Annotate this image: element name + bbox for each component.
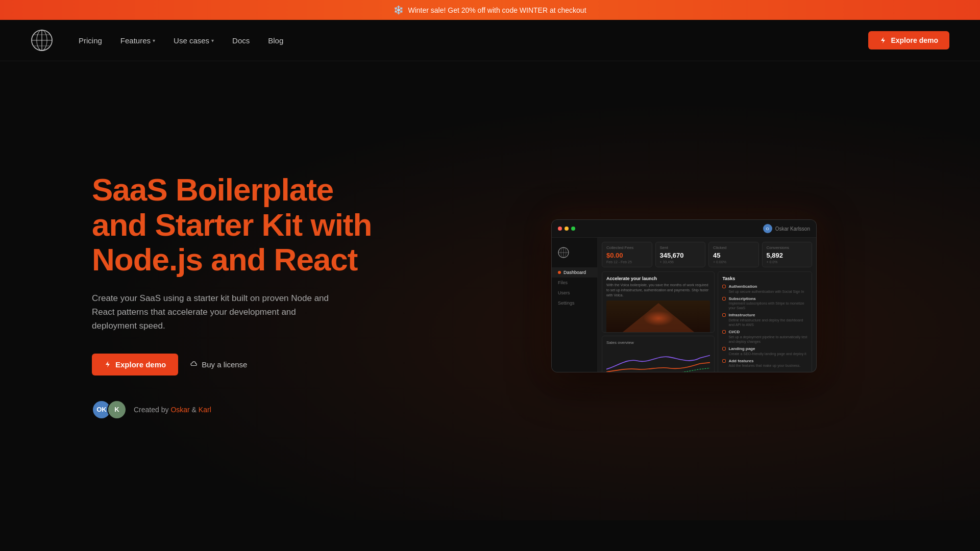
hero-buttons: Explore demo Buy a license [92,354,388,375]
hero-subtitle: Create your SaaS using a starter kit bui… [92,291,337,333]
sales-chart-card: Sales overview [602,336,715,372]
stat-sub: + 0.00% [713,260,754,264]
task-text: CI/CD Set up a deployment pipeline to au… [728,330,807,344]
task-checkbox[interactable] [722,359,726,363]
hero-explore-demo-button[interactable]: Explore demo [92,354,178,375]
task-text: Authentication Set up secure authenticat… [728,284,804,294]
task-item: Subscriptions Implement subscriptions wi… [722,296,807,311]
creators-section: OK K Created by Oskar & Karl [92,400,388,419]
task-item: Landing page Create a SEO-friendly landi… [722,346,807,356]
mountain-glow [643,311,674,326]
stat-value: 5,892 [767,252,808,259]
task-checkbox[interactable] [722,313,726,317]
chevron-down-icon: ▾ [153,38,155,43]
accelerate-title: Accelerate your launch [606,276,710,281]
bolt-icon [104,361,111,368]
stat-sub: + 33,456 [660,260,701,264]
navbar: Pricing Features ▾ Use cases ▾ Docs Blog… [0,20,980,61]
mountain-visual [606,300,710,333]
stats-row: Collected Fees $0.00 Feb 12 - Feb 25 Sen… [602,242,812,267]
hero-content: SaaS Boilerplate and Starter Kit with No… [92,172,388,419]
minimize-dot [565,227,569,231]
task-checkbox[interactable] [722,347,726,350]
tasks-card: Tasks Authentication Set up secure authe… [718,271,812,372]
cloud-icon [190,361,198,368]
stat-value: $0.00 [606,252,648,259]
sidebar-item-users[interactable]: Users [552,288,597,298]
task-text: Subscriptions Implement subscriptions wi… [728,296,807,311]
sidebar-logo [552,243,597,264]
creators-text: Created by Oskar & Karl [134,406,211,414]
task-checkbox[interactable] [722,285,726,288]
window-controls [558,227,575,231]
sidebar-item-files[interactable]: Files [552,278,597,288]
task-text: Add features Add the features that make … [728,359,800,368]
logo[interactable] [31,29,53,52]
task-text: Infrastructure Define infrastructure and… [728,313,807,327]
content-right: Tasks Authentication Set up secure authe… [718,271,812,372]
stat-value: 345,670 [660,252,701,259]
accelerate-desc: With the Volca boilerplate, you save the… [606,283,710,297]
stat-value: 45 [713,252,754,259]
bolt-icon [879,37,887,44]
mockup-main: Collected Fees $0.00 Feb 12 - Feb 25 Sen… [598,238,816,372]
chart-area: Jan Feb Mar Apr May Jun Jul Aug [606,347,710,372]
close-dot [558,227,562,231]
stat-sub: + 0.0% [767,260,808,264]
chart-title: Sales overview [606,340,710,345]
mockup-sidebar: Dashboard Files Users Settings [552,238,598,372]
tasks-title: Tasks [722,276,807,281]
accelerate-card: Accelerate your launch With the Volca bo… [602,271,715,333]
task-item: Add features Add the features that make … [722,359,807,368]
stat-sub: Feb 12 - Feb 25 [606,260,648,264]
task-checkbox[interactable] [722,297,726,300]
snowflake-icon: ❄️ [394,5,404,15]
nav-use-cases[interactable]: Use cases ▾ [174,36,214,45]
mockup-body: Dashboard Files Users Settings [552,238,816,372]
nav-features[interactable]: Features ▾ [120,36,155,45]
task-item: CI/CD Set up a deployment pipeline to au… [722,330,807,344]
sidebar-dot [558,271,561,274]
task-text: Landing page Create a SEO-friendly landi… [728,346,806,356]
hero-image: O Oskar Karlsson [388,219,949,372]
stat-clicked: Clicked 45 + 0.00% [708,242,759,267]
mockup-titlebar: O Oskar Karlsson [552,220,816,238]
sidebar-item-settings[interactable]: Settings [552,298,597,308]
sidebar-item-dashboard[interactable]: Dashboard [552,267,597,278]
stat-collected-fees: Collected Fees $0.00 Feb 12 - Feb 25 [602,242,652,267]
creator-karl-link[interactable]: Karl [199,406,211,414]
user-avatar-small: O [763,224,772,233]
task-item: Infrastructure Define infrastructure and… [722,313,807,327]
task-item: Authentication Set up secure authenticat… [722,284,807,294]
navbar-cta: Explore demo [868,31,949,49]
nav-blog[interactable]: Blog [268,36,283,45]
task-checkbox[interactable] [722,330,726,334]
buy-license-button[interactable]: Buy a license [190,360,247,369]
chevron-down-icon: ▾ [211,38,214,43]
content-left: Accelerate your launch With the Volca bo… [602,271,715,372]
hero-section: SaaS Boilerplate and Starter Kit with No… [0,61,980,520]
avatar-karl: K [107,400,127,419]
fullscreen-dot [571,227,575,231]
hero-title: SaaS Boilerplate and Starter Kit with No… [92,172,388,277]
titlebar-user: O Oskar Karlsson [763,224,810,233]
stat-label: Conversions [767,245,808,250]
promo-banner: ❄️ Winter sale! Get 20% off with code WI… [0,0,980,20]
sales-chart-svg: Jan Feb Mar Apr May Jun Jul Aug [606,347,710,372]
stat-label: Clicked [713,245,754,250]
stat-sent: Sent 345,670 + 33,456 [655,242,706,267]
creator-avatars: OK K [92,400,127,419]
dashboard-content: Accelerate your launch With the Volca bo… [602,271,812,372]
stat-conversions: Conversions 5,892 + 0.0% [762,242,813,267]
nav-pricing[interactable]: Pricing [79,36,102,45]
stat-label: Collected Fees [606,245,648,250]
nav-links: Pricing Features ▾ Use cases ▾ Docs Blog [79,36,868,45]
stat-label: Sent [660,245,701,250]
banner-text: Winter sale! Get 20% off with code WINTE… [408,6,586,14]
creator-oskar-link[interactable]: Oskar [170,406,189,414]
dashboard-mockup: O Oskar Karlsson [551,219,817,372]
nav-docs[interactable]: Docs [232,36,250,45]
explore-demo-button[interactable]: Explore demo [868,31,949,49]
